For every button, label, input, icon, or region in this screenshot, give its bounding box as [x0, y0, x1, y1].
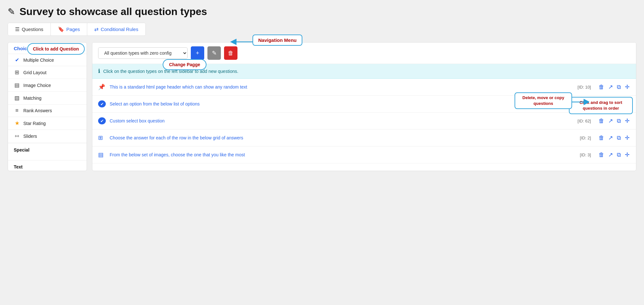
drag-question-button[interactable]: ✛ — [624, 100, 630, 108]
edit-page-button[interactable]: ✎ — [207, 46, 221, 60]
delete-question-button[interactable]: 🗑 — [598, 83, 605, 91]
panel-toolbar: All question types with zero config + ✎ … — [92, 43, 636, 64]
sidebar-item-label: Grid Layout — [23, 70, 46, 75]
sidebar-item-matching[interactable]: ▧ Matching — [8, 92, 87, 105]
question-id: [ID: 3] — [580, 152, 591, 157]
rank-icon: ≡ — [14, 107, 20, 114]
checkbox-icon: ✔ — [14, 57, 20, 63]
grid-q-icon: ⊞ — [98, 134, 106, 141]
sidebar-item-label: Multiple Choice — [23, 58, 54, 63]
question-actions: 🗑 ↗ ⧉ ✛ — [598, 100, 630, 108]
question-id: [ID: 2] — [580, 136, 591, 140]
question-actions: 🗑 ↗ ⧉ ✛ — [598, 151, 630, 159]
page-title: Survey to showcase all question types — [19, 6, 207, 18]
page-title-row: ✎ Survey to showcase all question types — [8, 6, 636, 18]
tab-rules[interactable]: ⇄ Conditional Rules — [87, 23, 145, 35]
sidebar-text-label: Text — [8, 160, 87, 171]
delete-question-button[interactable]: 🗑 — [598, 117, 605, 125]
sidebar-item-label: Rank Answers — [23, 108, 52, 113]
question-actions: 🗑 ↗ ⧉ ✛ — [598, 117, 630, 125]
pencil-icon: ✎ — [212, 50, 217, 57]
tab-pages[interactable]: 🔖 Pages — [51, 23, 88, 35]
image-icon: ▤ — [14, 82, 20, 89]
question-text[interactable]: Choose the answer for each of the row in… — [110, 135, 576, 140]
copy-question-button[interactable]: ⧉ — [616, 117, 622, 125]
move-question-button[interactable]: ↗ — [608, 100, 614, 108]
question-text[interactable]: Custom select box question — [110, 118, 574, 123]
sidebar-special-label: Special — [8, 143, 87, 154]
question-row: ✔ Custom select box question [ID: 62] 🗑 … — [92, 113, 636, 129]
question-text[interactable]: Select an option from the below list of … — [110, 101, 576, 106]
nav-tabs: ☰ Questions 🔖 Pages ⇄ Conditional Rules — [8, 23, 146, 36]
sidebar-item-grid-layout[interactable]: ⊞ Grid Layout — [8, 66, 87, 79]
tab-questions-label: Questions — [22, 27, 43, 32]
question-list: 📌 This is a standard html page header wh… — [92, 79, 636, 163]
copy-question-button[interactable]: ⧉ — [616, 151, 622, 159]
tab-questions[interactable]: ☰ Questions — [8, 23, 51, 35]
sidebar-item-image-choice[interactable]: ▤ Image Choice — [8, 79, 87, 92]
info-icon: ℹ — [98, 68, 100, 74]
sidebar-item-sliders[interactable]: ⇿ Sliders — [8, 130, 87, 143]
info-text: Click on the question types on the left … — [103, 69, 238, 74]
copy-question-button[interactable]: ⧉ — [616, 83, 622, 91]
question-actions: 🗑 ↗ ⧉ ✛ — [598, 83, 630, 91]
delete-question-button[interactable]: 🗑 — [598, 134, 605, 142]
copy-question-button[interactable]: ⧉ — [616, 100, 622, 108]
question-id: [ID: 62] — [578, 119, 591, 123]
delete-question-button[interactable]: 🗑 — [598, 151, 605, 159]
move-question-button[interactable]: ↗ — [608, 134, 614, 142]
trash-icon: 🗑 — [228, 50, 234, 57]
edit-title-icon[interactable]: ✎ — [8, 6, 15, 17]
matching-icon: ▧ — [14, 95, 20, 101]
pages-icon: 🔖 — [58, 26, 64, 32]
image-q-icon: ▤ — [98, 151, 106, 158]
question-actions: 🗑 ↗ ⧉ ✛ — [598, 134, 630, 142]
main-panel: All question types with zero config + ✎ … — [92, 42, 636, 171]
info-bar: ℹ Click on the question types on the lef… — [92, 64, 636, 79]
sidebar-choice-header[interactable]: Choice — [8, 43, 87, 54]
drag-question-button[interactable]: ✛ — [624, 151, 630, 159]
question-text[interactable]: This is a standard html page header whic… — [110, 84, 574, 90]
tab-rules-label: Conditional Rules — [101, 27, 138, 32]
question-row: ✔ Select an option from the below list o… — [92, 96, 636, 113]
sidebar-item-multiple-choice[interactable]: ✔ Multiple Choice — [8, 54, 87, 66]
hamburger-icon: ☰ — [15, 26, 19, 32]
sidebar-item-label: Image Choice — [23, 83, 51, 88]
checkbox-filled-icon: ✔ — [98, 117, 106, 124]
add-page-button[interactable]: + — [191, 46, 204, 60]
question-text[interactable]: From the below set of images, choose the… — [110, 152, 576, 157]
sidebar-item-star-rating[interactable]: ★ Star Rating — [8, 117, 87, 130]
question-id: [ID: 1] — [580, 102, 591, 106]
move-question-button[interactable]: ↗ — [608, 117, 614, 125]
rules-icon: ⇄ — [94, 26, 98, 32]
drag-question-button[interactable]: ✛ — [624, 134, 630, 142]
sidebar-item-rank-answers[interactable]: ≡ Rank Answers — [8, 105, 87, 117]
sidebar-item-label: Sliders — [23, 134, 37, 139]
sidebar: Choice Click to add Question ✔ Multiple … — [8, 42, 87, 171]
question-row: 📌 This is a standard html page header wh… — [92, 79, 636, 96]
copy-question-button[interactable]: ⧉ — [616, 134, 622, 142]
delete-question-button[interactable]: 🗑 — [598, 100, 605, 108]
page-selector[interactable]: All question types with zero config — [98, 47, 188, 59]
drag-question-button[interactable]: ✛ — [624, 117, 630, 125]
checkbox-filled-icon: ✔ — [98, 100, 106, 107]
question-id: [ID: 10] — [578, 85, 591, 90]
question-row: ▤ From the below set of images, choose t… — [92, 146, 636, 163]
tab-pages-label: Pages — [66, 27, 80, 32]
star-icon: ★ — [14, 120, 20, 127]
delete-page-button[interactable]: 🗑 — [224, 46, 237, 60]
sidebar-item-label: Star Rating — [23, 121, 46, 126]
sliders-icon: ⇿ — [14, 133, 20, 139]
sidebar-item-label: Matching — [23, 96, 42, 101]
drag-question-button[interactable]: ✛ — [624, 83, 630, 91]
pin-icon: 📌 — [98, 83, 106, 90]
move-question-button[interactable]: ↗ — [608, 151, 614, 159]
grid-icon: ⊞ — [14, 69, 20, 76]
question-row: ⊞ Choose the answer for each of the row … — [92, 129, 636, 146]
plus-icon: + — [196, 50, 199, 57]
move-question-button[interactable]: ↗ — [608, 83, 614, 91]
